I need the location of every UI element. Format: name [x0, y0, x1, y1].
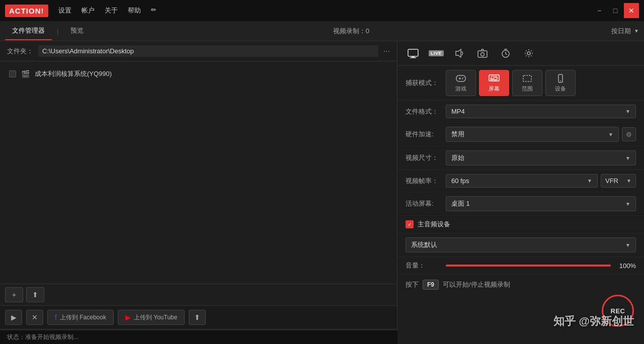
settings-icon-btn[interactable]: [518, 44, 539, 62]
audio-source-row: 系统默认 ▼: [397, 233, 644, 257]
hardware-accel-gear-button[interactable]: ⚙: [622, 127, 636, 141]
pencil-icon[interactable]: ✏: [151, 6, 156, 15]
file-name: 成本利润核算系统(YQ990): [35, 69, 112, 78]
play-button[interactable]: ▶: [5, 310, 22, 325]
hotkey-prefix: 按下: [406, 280, 419, 289]
nav-help[interactable]: 帮助: [128, 6, 141, 15]
upload-icon: ⬆: [194, 313, 200, 321]
vfr-chevron: ▼: [626, 178, 631, 184]
svg-point-5: [481, 53, 485, 56]
audio-device-row: ✓ 主音频设备: [397, 216, 644, 233]
file-format-label: 文件格式：: [406, 107, 446, 116]
video-fps-row: 视频帧率： 60 fps ▼ VFR ▼: [397, 170, 644, 192]
active-screen-select[interactable]: 桌面 1 ▼: [446, 196, 636, 211]
youtube-upload-button[interactable]: ▶ 上传到 YouTube: [118, 310, 185, 325]
folder-more-button[interactable]: ···: [383, 47, 390, 56]
stop-button[interactable]: ✕: [26, 310, 43, 325]
youtube-upload-label: 上传到 YouTube: [134, 313, 178, 322]
right-panel: LIVE: [397, 41, 644, 344]
capture-mode-device[interactable]: 设备: [545, 70, 576, 96]
svg-rect-2: [410, 57, 416, 58]
audio-source-chevron: ▼: [625, 242, 630, 248]
svg-point-15: [462, 78, 463, 79]
nav-account[interactable]: 帐户: [82, 6, 95, 15]
video-size-label: 视频尺寸：: [406, 153, 446, 162]
audio-source-select[interactable]: 系统默认 ▼: [406, 237, 636, 252]
range-icon: [522, 74, 533, 83]
sort-label: 按日期: [611, 27, 631, 36]
active-screen-label: 活动屏幕:: [406, 199, 446, 208]
tab-file-manager[interactable]: 文件管理器: [5, 22, 52, 40]
screen-icon: [407, 48, 419, 58]
video-fps-select[interactable]: 60 fps ▼: [446, 174, 598, 188]
nav-about[interactable]: 关于: [105, 6, 118, 15]
facebook-upload-button[interactable]: f 上传到 Facebook: [47, 310, 114, 325]
device-mode-label: 设备: [555, 85, 566, 93]
rec-button[interactable]: REC: [602, 295, 634, 327]
file-format-value: MP4: [451, 108, 625, 115]
live-badge: LIVE: [429, 50, 444, 56]
gamepad-icon: [455, 74, 466, 83]
hotkey-row: 按下 F9 可以开始/停止视频录制: [397, 275, 644, 295]
volume-label: 音量：: [406, 261, 446, 270]
right-topbar: LIVE: [397, 41, 644, 66]
tabbar: 文件管理器 | 预览 视频录制：0 按日期 ▼: [0, 21, 644, 41]
capture-mode-game[interactable]: 游戏: [446, 70, 476, 96]
hotkey-key-badge: F9: [423, 280, 439, 290]
video-size-value: 原始: [451, 153, 625, 162]
status-text: 状态：准备开始视频录制...: [7, 333, 78, 341]
hardware-accel-value: 禁用: [451, 130, 608, 139]
video-size-chevron: ▼: [625, 155, 630, 161]
svg-rect-1: [412, 56, 415, 57]
fps-chevron: ▼: [587, 178, 592, 184]
bottom-toolbar: + ⬆: [0, 284, 397, 305]
folder-path-input[interactable]: [38, 45, 378, 57]
list-item[interactable]: 🎬 成本利润核算系统(YQ990): [5, 66, 392, 81]
range-mode-label: 范围: [522, 85, 533, 93]
hardware-accel-row: 硬件加速: 禁用 ▼ ⚙: [397, 123, 644, 146]
audio-icon-btn[interactable]: [449, 44, 470, 62]
capture-mode-screen[interactable]: 屏幕: [479, 70, 509, 96]
video-fps-label: 视频帧率：: [406, 177, 446, 186]
audio-source-value: 系统默认: [411, 240, 625, 249]
folder-label: 文件夹：: [7, 47, 33, 56]
import-icon: ⬆: [32, 291, 38, 299]
svg-point-14: [462, 77, 463, 78]
audio-device-checkbox[interactable]: ✓: [406, 220, 414, 228]
svg-rect-17: [491, 76, 497, 79]
vfr-select[interactable]: VFR ▼: [601, 174, 636, 188]
hotkey-suffix: 可以开始/停止视频录制: [443, 280, 510, 289]
audio-icon: [454, 48, 464, 58]
tab-preview[interactable]: 预览: [63, 22, 91, 40]
maximize-button[interactable]: □: [608, 3, 623, 18]
tab-separator: |: [57, 27, 58, 35]
app-logo: ACTION!: [5, 5, 48, 17]
svg-rect-20: [523, 75, 531, 81]
volume-slider[interactable]: [446, 265, 611, 267]
minimize-button[interactable]: −: [592, 3, 607, 18]
import-button[interactable]: ⬆: [26, 287, 44, 302]
window-controls: − □ ✕: [592, 3, 639, 18]
capture-modes: 游戏 屏幕: [446, 70, 636, 96]
file-format-chevron: ▼: [625, 109, 630, 114]
screenshot-icon-btn[interactable]: [472, 44, 493, 62]
upload-button[interactable]: ⬆: [189, 310, 206, 325]
screen-record-icon-btn[interactable]: [403, 44, 424, 62]
nav-settings[interactable]: 设置: [58, 6, 71, 15]
live-icon-btn[interactable]: LIVE: [426, 44, 447, 62]
file-checkbox[interactable]: [9, 70, 16, 77]
add-button[interactable]: +: [5, 287, 23, 302]
video-size-select[interactable]: 原始 ▼: [446, 150, 636, 165]
sort-area[interactable]: 按日期 ▼: [611, 27, 639, 36]
file-format-select[interactable]: MP4 ▼: [446, 105, 636, 118]
hardware-accel-select[interactable]: 禁用 ▼: [446, 127, 619, 142]
audio-device-label: 主音频设备: [418, 220, 450, 229]
camera-icon: [477, 48, 488, 58]
hardware-accel-label: 硬件加速:: [406, 130, 446, 139]
game-mode-label: 游戏: [455, 85, 466, 93]
capture-mode-range[interactable]: 范围: [512, 70, 542, 96]
svg-marker-3: [456, 49, 461, 57]
close-button[interactable]: ✕: [624, 3, 639, 18]
timer-icon-btn[interactable]: [495, 44, 516, 62]
device-icon: [555, 74, 566, 83]
